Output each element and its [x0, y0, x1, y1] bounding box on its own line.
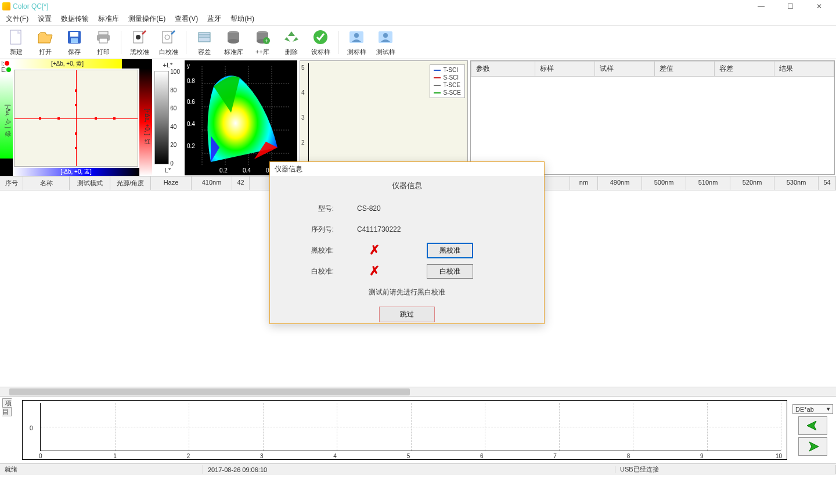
measure-standard-button[interactable]: 测标样 — [343, 27, 370, 58]
black-cal-button[interactable]: 黑校准 — [125, 27, 153, 58]
col-seq[interactable]: 序号 — [0, 177, 23, 190]
new-file-icon — [7, 28, 26, 46]
database-icon — [224, 28, 243, 46]
col-haze[interactable]: Haze — [151, 177, 192, 190]
set-standard-button[interactable]: 设标样 — [307, 27, 334, 58]
minimize-button[interactable]: — — [752, 1, 770, 12]
person-icon — [376, 28, 395, 46]
toolbar: 新建 打开 保存 打印 黑校准 白校准 容差 标准库 + ++库 删除 设标样 — [0, 26, 836, 59]
menu-stdlib[interactable]: 标准库 — [96, 13, 121, 25]
lab-quadrant-chart[interactable] — [14, 70, 138, 167]
status-usb: USB已经连接 — [615, 465, 836, 474]
yellow-axis-label: [+Δb, +0, 黄] — [13, 59, 122, 69]
open-button[interactable]: 打开 — [31, 27, 59, 58]
dialog-title: 仪器信息 — [270, 162, 544, 176]
delete-button[interactable]: 删除 — [278, 27, 305, 58]
toolbar-separator — [338, 31, 339, 54]
menu-data[interactable]: 数据传输 — [59, 13, 91, 25]
calibration-hint: 测试前请先进行黑白校准 — [282, 287, 532, 297]
toolbar-separator — [121, 31, 122, 54]
col-42x[interactable]: 42 — [232, 177, 250, 190]
col-54x[interactable]: 54 — [819, 177, 836, 190]
model-label: 型号: — [282, 204, 357, 214]
col-490nm[interactable]: 490nm — [598, 177, 642, 190]
print-button[interactable]: 打印 — [89, 27, 117, 58]
svg-text:+: + — [265, 38, 268, 44]
check-icon — [311, 28, 330, 46]
col-sample[interactable]: 试样 — [595, 62, 655, 77]
cie-panel[interactable]: y x 0.8 0.6 0.4 0.2 0.2 0.4 0.6 — [185, 60, 297, 175]
col-result[interactable]: 结果 — [774, 62, 834, 77]
menu-view[interactable]: 查看(V) — [172, 13, 200, 25]
col-illum[interactable]: 光源/角度 — [110, 177, 151, 190]
next-button[interactable] — [798, 437, 827, 456]
close-button[interactable]: ✕ — [810, 1, 828, 12]
col-mode[interactable]: 测试模式 — [70, 177, 110, 190]
tolerance-button[interactable]: 容差 — [190, 27, 218, 58]
pluslib-button[interactable]: + ++库 — [248, 27, 276, 58]
black-cal-dialog-button[interactable]: 黑校准 — [427, 243, 473, 258]
red-axis-label: [+Δa, +0, 红] — [139, 69, 152, 176]
chart-nav-panel: DE*ab ▾ — [790, 397, 836, 463]
dot-icon — [6, 67, 11, 72]
col-standard[interactable]: 标样 — [535, 62, 595, 77]
model-value: CS-820 — [357, 204, 427, 213]
person-icon — [347, 28, 366, 46]
white-cal-dialog-button[interactable]: 白校准 — [427, 264, 473, 279]
stdlib-button[interactable]: 标准库 — [219, 27, 247, 58]
col-520nm[interactable]: 520nm — [730, 177, 774, 190]
save-button[interactable]: 保存 — [60, 27, 88, 58]
menu-bluetooth[interactable]: 蓝牙 — [205, 13, 224, 25]
menu-file[interactable]: 文件(F) — [3, 13, 31, 25]
serial-value: C4111730222 — [357, 225, 427, 233]
window-title: Color QC[*] — [13, 2, 752, 10]
horizontal-scrollbar[interactable] — [0, 387, 836, 396]
col-name[interactable]: 名称 — [23, 177, 70, 190]
lab-panel: I: E: [-Δa, -0, 绿] [+Δb, +0, 黄] — [0, 59, 152, 176]
bottom-chart[interactable]: 0 0 1 2 3 4 5 6 7 8 9 10 — [22, 400, 787, 460]
chevron-down-icon: ▾ — [827, 405, 830, 413]
de-mode-dropdown[interactable]: DE*ab ▾ — [792, 404, 833, 414]
svg-point-8 — [136, 35, 140, 39]
instrument-info-dialog: 仪器信息 仪器信息 型号: CS-820 序列号: C4111730222 黑校… — [269, 161, 545, 324]
save-icon — [65, 28, 84, 46]
project-tab[interactable]: 项目 — [2, 398, 12, 416]
title-bar: Color QC[*] — ☐ ✕ — [0, 0, 836, 13]
printer-icon — [94, 28, 113, 46]
status-bar: 就绪 2017-08-26 09:06:10 USB已经连接 — [0, 463, 836, 475]
spectrum-panel[interactable]: 5 4 3 2 1 T-SCI S-SCI T-SCE S-SCE — [300, 60, 468, 175]
scroll-thumb[interactable] — [9, 388, 410, 395]
svg-rect-3 — [71, 38, 78, 43]
col-410nm[interactable]: 410nm — [192, 177, 232, 190]
col-500nm[interactable]: 500nm — [642, 177, 686, 190]
lstar-panel: +L* 100 80 60 40 20 0 L* — [152, 59, 183, 176]
arrow-left-icon — [805, 420, 821, 431]
lab-left-strip: I: E: [-Δa, -0, 绿] — [0, 59, 13, 176]
params-table: 参数 标样 试样 差值 容差 结果 — [471, 61, 834, 77]
skip-button[interactable]: 跳过 — [379, 307, 435, 322]
svg-point-26 — [383, 33, 388, 38]
menu-measure[interactable]: 测量操作(E) — [126, 13, 168, 25]
col-530nm[interactable]: 530nm — [774, 177, 819, 190]
svg-point-24 — [354, 33, 359, 38]
new-button[interactable]: 新建 — [2, 27, 30, 58]
cie-chromaticity-chart — [185, 60, 297, 175]
measure-test-button[interactable]: 测试样 — [372, 27, 399, 58]
col-xnm[interactable]: nm — [570, 177, 598, 190]
svg-point-16 — [228, 39, 239, 44]
prev-button[interactable] — [798, 416, 827, 435]
lstar-gradient — [154, 71, 169, 164]
white-cal-button[interactable]: 白校准 — [154, 27, 182, 58]
col-510nm[interactable]: 510nm — [686, 177, 730, 190]
blue-axis-label: [-Δb, +0, 蓝] — [13, 168, 139, 176]
project-tab-area: 项目 — [0, 397, 20, 463]
menu-help[interactable]: 帮助(H) — [228, 13, 257, 25]
dialog-heading: 仪器信息 — [282, 181, 532, 191]
col-param[interactable]: 参数 — [471, 62, 535, 77]
green-axis-label: [-Δa, -0, 绿] — [0, 74, 13, 159]
col-diff[interactable]: 差值 — [655, 62, 715, 77]
col-tolerance[interactable]: 容差 — [715, 62, 774, 77]
maximize-button[interactable]: ☐ — [781, 1, 799, 12]
folder-open-icon — [36, 28, 55, 46]
menu-settings[interactable]: 设置 — [35, 13, 54, 25]
